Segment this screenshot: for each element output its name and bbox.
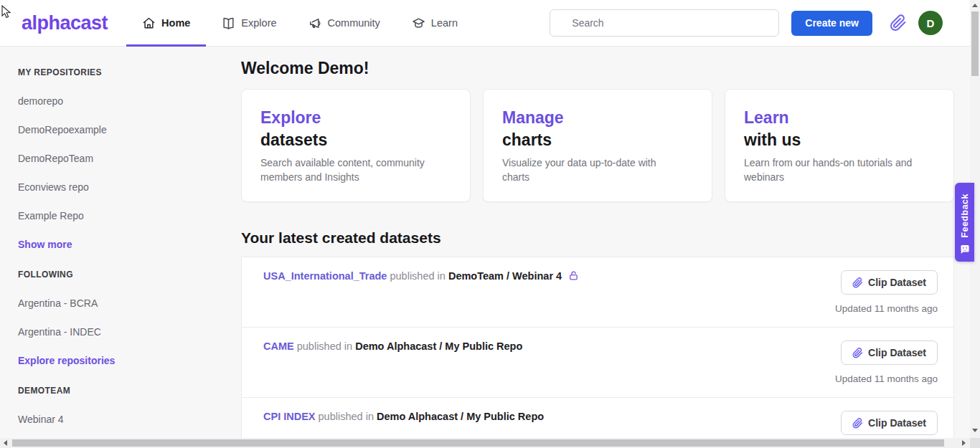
clip-dataset-label: Clip Dataset <box>868 417 926 429</box>
sidebar-item-argentina-indec[interactable]: Argentina - INDEC <box>18 318 227 346</box>
graduation-cap-icon <box>412 16 425 30</box>
manage-charts-card[interactable]: Manage charts Visualize your data up-to-… <box>483 89 712 202</box>
card-description: Search available content, community memb… <box>260 156 451 185</box>
home-icon <box>142 16 156 30</box>
main-nav: Home Explore Community Learn <box>126 0 473 46</box>
sidebar-item-demorepo[interactable]: demorepo <box>18 87 227 115</box>
card-subtitle: with us <box>744 129 935 151</box>
sidebar-item-argentina-bcra[interactable]: Argentina - BCRA <box>18 289 227 318</box>
paperclip-icon[interactable] <box>890 14 907 32</box>
tab-home-label: Home <box>161 17 190 29</box>
tab-explore[interactable]: Explore <box>206 0 292 46</box>
sidebar-item-demorepoteam[interactable]: DemoRepoTeam <box>18 144 227 173</box>
tab-learn[interactable]: Learn <box>396 0 473 46</box>
navbar-right: Create new D <box>550 9 943 37</box>
megaphone-icon <box>308 16 322 30</box>
sidebar-section-demoteam: DEMOTEAM <box>18 376 227 405</box>
feedback-button[interactable]: Feedback <box>955 183 974 262</box>
dataset-name-link[interactable]: CAME <box>263 340 294 352</box>
card-subtitle: datasets <box>260 129 451 151</box>
explore-datasets-card[interactable]: Explore datasets Search available conten… <box>241 89 471 202</box>
scroll-up-arrow-icon[interactable] <box>972 4 978 7</box>
repo-path-link[interactable]: DemoTeam / Webinar 4 <box>448 270 562 282</box>
published-in-text: published in <box>297 340 352 352</box>
tab-community[interactable]: Community <box>293 0 396 46</box>
dataset-title-line: CPI INDEX published in Demo Alphacast / … <box>263 411 932 422</box>
learn-with-us-card[interactable]: Learn with us Learn from our hands-on tu… <box>725 89 954 202</box>
search-input[interactable] <box>550 9 779 37</box>
dataset-name-link[interactable]: CPI INDEX <box>263 411 316 422</box>
welcome-heading: Welcome Demo! <box>241 59 954 78</box>
quick-action-cards: Explore datasets Search available conten… <box>241 89 954 202</box>
sidebar-section-following: FOLLOWING <box>18 260 227 289</box>
updated-timestamp: Updated 11 months ago <box>835 303 938 314</box>
horizontal-scrollbar-thumb[interactable] <box>12 439 944 447</box>
card-description: Visualize your data up-to-date with char… <box>502 156 693 185</box>
book-icon <box>222 16 235 30</box>
sidebar: MY REPOSITORIES demorepo DemoRepoexample… <box>0 47 241 438</box>
clip-dataset-button[interactable]: Clip Dataset <box>841 270 938 295</box>
main-content: Welcome Demo! Explore datasets Search av… <box>241 47 954 448</box>
clip-dataset-button[interactable]: Clip Dataset <box>841 411 938 435</box>
card-subtitle: charts <box>502 129 693 151</box>
smiley-chat-icon <box>959 244 971 255</box>
card-description: Learn from our hands-on tutorials and we… <box>744 156 935 185</box>
dataset-row: USA_International_Trade published in Dem… <box>242 257 953 328</box>
latest-datasets-heading: Your latest created datasets <box>241 229 954 247</box>
top-navbar: alphacast Home Explore Community Learn C… <box>0 0 970 47</box>
explore-repositories-link[interactable]: Explore repositories <box>18 346 227 375</box>
tab-home[interactable]: Home <box>126 0 206 46</box>
published-in-text: published in <box>319 411 374 422</box>
horizontal-scrollbar[interactable] <box>0 438 970 448</box>
tab-explore-label: Explore <box>241 17 276 29</box>
published-in-text: published in <box>390 270 445 282</box>
feedback-label: Feedback <box>960 194 970 238</box>
card-title: Explore <box>260 107 451 129</box>
alphacast-logo[interactable]: alphacast <box>22 12 108 34</box>
sidebar-section-my-repositories: MY REPOSITORIES <box>18 58 227 87</box>
repo-path-link[interactable]: Demo Alphacast / My Public Repo <box>355 340 522 352</box>
scrollbar-corner <box>970 438 980 448</box>
create-new-button[interactable]: Create new <box>791 11 872 36</box>
paperclip-icon <box>852 348 863 358</box>
scroll-down-arrow-icon[interactable] <box>972 429 978 432</box>
lock-icon <box>568 270 579 281</box>
tab-learn-label: Learn <box>431 17 458 29</box>
repo-path-link[interactable]: Demo Alphacast / My Public Repo <box>377 411 544 422</box>
sidebar-item-econviews-repo[interactable]: Econviews repo <box>18 173 227 201</box>
dataset-title-line: USA_International_Trade published in Dem… <box>263 270 932 282</box>
paperclip-icon <box>852 418 863 429</box>
updated-timestamp: Updated 11 months ago <box>835 373 938 384</box>
scroll-right-arrow-icon[interactable] <box>962 440 966 446</box>
dataset-title-line: CAME published in Demo Alphacast / My Pu… <box>263 340 932 352</box>
clip-dataset-label: Clip Dataset <box>868 347 926 358</box>
card-title: Manage <box>502 107 693 129</box>
dataset-list: USA_International_Trade published in Dem… <box>241 257 954 448</box>
clip-dataset-label: Clip Dataset <box>868 277 926 288</box>
vertical-scrollbar-thumb[interactable] <box>971 11 979 76</box>
paperclip-icon <box>852 277 863 288</box>
sidebar-item-demorepoexample[interactable]: DemoRepoexample <box>18 115 227 144</box>
sidebar-item-example-repo[interactable]: Example Repo <box>18 201 227 230</box>
user-avatar[interactable]: D <box>918 11 943 35</box>
show-more-link[interactable]: Show more <box>18 230 227 259</box>
clip-dataset-button[interactable]: Clip Dataset <box>841 340 938 365</box>
dataset-row: CAME published in Demo Alphacast / My Pu… <box>242 328 953 398</box>
dataset-name-link[interactable]: USA_International_Trade <box>263 270 387 282</box>
sidebar-item-webinar-4[interactable]: Webinar 4 <box>18 405 227 434</box>
card-title: Learn <box>744 107 935 129</box>
tab-community-label: Community <box>328 17 380 29</box>
scroll-left-arrow-icon[interactable] <box>4 440 7 446</box>
